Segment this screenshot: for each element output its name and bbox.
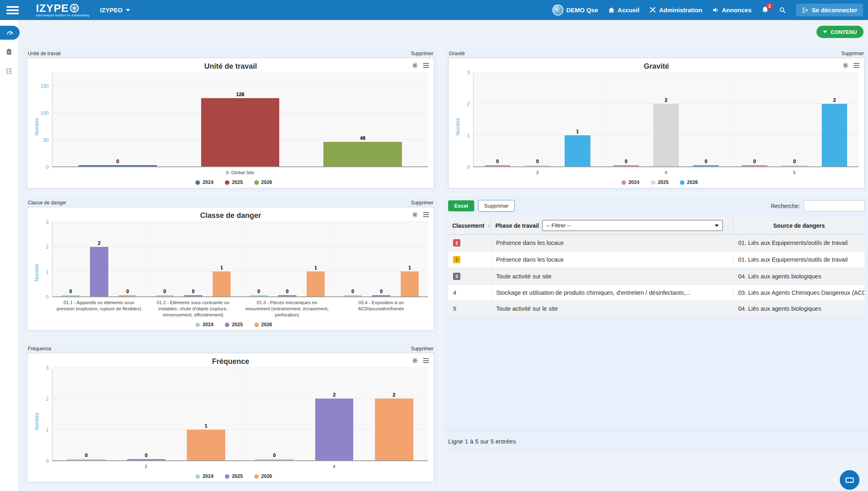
legend-item[interactable]: 2026 (254, 473, 272, 479)
sidebar-item-checklist[interactable] (0, 64, 18, 77)
brand-logo[interactable]: IZYPE Data Analysis Solution for Sustain… (36, 3, 90, 17)
bar[interactable] (62, 295, 80, 296)
table-row[interactable]: 2Présence dans les locaux01. Liés aux Eq… (448, 251, 865, 268)
bar[interactable] (375, 399, 413, 460)
excel-button[interactable]: Excel (448, 200, 474, 211)
bar[interactable] (653, 104, 679, 166)
legend-item[interactable]: 2025 (225, 473, 243, 479)
legend-item[interactable]: 2024 (195, 473, 213, 479)
bar[interactable] (90, 247, 108, 296)
nav-link-annonces[interactable]: Annonces (712, 7, 752, 13)
bar-slot: 0 (735, 73, 775, 166)
legend-item[interactable]: 2024 (195, 322, 213, 327)
chart-menu-icon[interactable] (423, 358, 429, 363)
bar[interactable] (156, 295, 174, 296)
column-header-classement[interactable]: Classement ↑↓ (448, 217, 491, 235)
app-selector[interactable]: IZYPEO (100, 7, 130, 13)
bar[interactable] (485, 165, 511, 166)
chart-title: Fréquence (31, 356, 430, 368)
legend-item[interactable]: 2026 (254, 179, 272, 185)
delete-button[interactable]: Supprimer (478, 200, 515, 212)
bar-slot: 1 (558, 73, 598, 166)
bar[interactable] (565, 135, 590, 166)
bar-slot: 0 (244, 368, 304, 460)
sidebar-item-clipboard[interactable] (0, 45, 18, 58)
bar[interactable] (344, 295, 362, 296)
bar[interactable] (278, 295, 296, 296)
search-icon[interactable] (779, 7, 786, 14)
column-header-source[interactable]: Source de dangers (733, 217, 865, 235)
chart-menu-icon[interactable] (854, 63, 859, 68)
bar[interactable] (822, 104, 848, 166)
sidebar-item-dashboard[interactable] (0, 26, 20, 40)
legend-item[interactable]: 2024 (195, 179, 213, 185)
hamburger-menu-icon[interactable] (7, 6, 19, 14)
table-row[interactable]: 3Toute activité sur site04. Liés aux age… (448, 268, 865, 285)
nav-link-administration[interactable]: Administration (649, 7, 702, 13)
y-tick-label: 2 (46, 244, 49, 250)
logout-button[interactable]: Se déconnecter (796, 4, 863, 16)
bar[interactable] (372, 295, 390, 296)
gear-icon[interactable] (842, 62, 849, 69)
widget-remove-link[interactable]: Supprimer (841, 51, 864, 56)
legend-item[interactable]: 2026 (254, 322, 272, 327)
gear-icon[interactable] (412, 211, 418, 218)
legend-item[interactable]: 2025 (225, 322, 243, 327)
y-tick-label: 150 (40, 83, 49, 89)
bar[interactable] (250, 295, 268, 296)
y-tick-label: 0 (46, 294, 49, 300)
notifications-bell[interactable]: 2 (761, 6, 769, 14)
chart-menu-icon[interactable] (423, 212, 429, 217)
table-row[interactable]: 1Présence dans les locaux01. Liés aux Eq… (448, 235, 865, 251)
plot-row: 0123020001001001 (38, 222, 430, 297)
bar[interactable] (255, 459, 294, 460)
bar[interactable] (187, 430, 225, 460)
table-row[interactable]: 5Toute activité sur le site04. Liés aux … (448, 301, 865, 317)
y-tick-label: 3 (46, 219, 49, 225)
bar[interactable] (613, 165, 639, 166)
bar[interactable] (323, 142, 402, 166)
bar[interactable] (742, 165, 767, 166)
legend-marker (621, 180, 626, 185)
bar-value-label: 128 (236, 92, 244, 97)
sort-icon[interactable]: ↑↓ (726, 223, 729, 228)
bar[interactable] (213, 271, 231, 296)
bar[interactable] (201, 98, 280, 167)
bar-groups: 001022 (52, 368, 428, 460)
y-tick-label: 100 (40, 110, 49, 116)
contenu-button[interactable]: CONTENU (816, 26, 864, 38)
bar[interactable] (307, 271, 325, 296)
y-tick-label: 3 (467, 70, 470, 76)
search-input[interactable] (803, 200, 865, 211)
sort-icon[interactable]: ↑↓ (488, 223, 491, 228)
bar[interactable] (693, 165, 719, 166)
gear-icon[interactable] (412, 357, 418, 364)
support-ticket-button[interactable] (840, 470, 859, 490)
widget-remove-link[interactable]: Supprimer (411, 200, 433, 206)
widget-remove-link[interactable]: Supprimer (411, 51, 433, 56)
bar[interactable] (127, 459, 166, 460)
bar[interactable] (315, 399, 354, 460)
legend-item[interactable]: 2026 (680, 179, 698, 185)
legend-item[interactable]: 2024 (621, 179, 639, 185)
bar[interactable] (184, 295, 202, 296)
user-menu[interactable]: DEMO Qse (552, 4, 598, 16)
gear-icon[interactable] (412, 62, 418, 69)
bar[interactable] (79, 165, 157, 166)
bar[interactable] (67, 459, 105, 460)
chart-legend: 202420252026 (459, 176, 860, 186)
bar[interactable] (119, 295, 137, 296)
nav-link-accueil[interactable]: Accueil (608, 7, 639, 13)
phase-filter-select[interactable]: -- Filtrer -- (542, 220, 722, 231)
bar[interactable] (782, 165, 807, 166)
legend-item[interactable]: 2025 (225, 179, 243, 185)
bar-slot: 0 (56, 73, 179, 166)
chart-menu-icon[interactable] (423, 63, 429, 68)
table-row[interactable]: 4Stockage et utilisation de produits chi… (448, 285, 865, 301)
bar[interactable] (525, 165, 550, 166)
widget-remove-link[interactable]: Supprimer (411, 346, 433, 352)
legend-item[interactable]: 2025 (651, 179, 669, 185)
bar-value-label: 0 (496, 159, 499, 164)
bar[interactable] (401, 271, 419, 296)
y-tick-label: 50 (43, 137, 49, 143)
